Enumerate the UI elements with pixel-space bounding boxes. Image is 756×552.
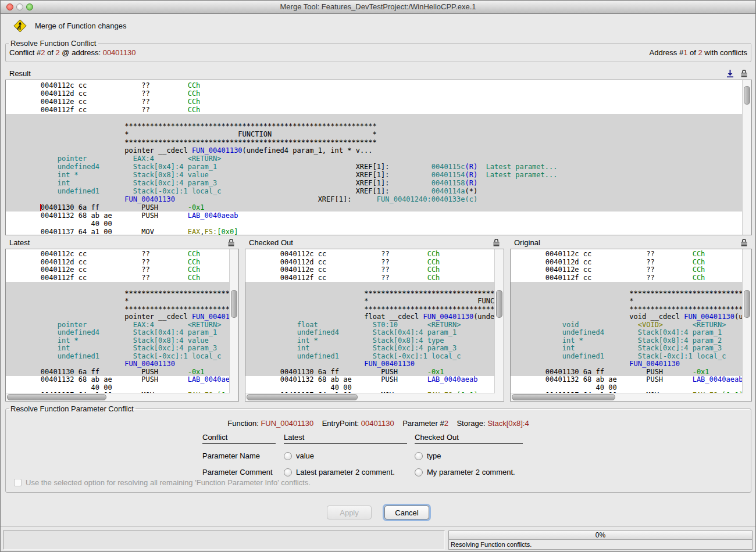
scrollbar-thumb[interactable] bbox=[231, 290, 237, 318]
listing-line: 00401130 6a ff PUSH -0x1 bbox=[245, 368, 495, 377]
original-vertical-scrollbar[interactable] bbox=[742, 249, 751, 401]
listing-line: undefined1 Stack[-0xc]:1 local_c bbox=[6, 353, 230, 361]
listing-line bbox=[6, 114, 743, 122]
latest-horizontal-scrollbar[interactable] bbox=[6, 393, 230, 401]
original-listing-box: 0040112c cc ?? CCh 0040112d cc ?? CCh 00… bbox=[510, 249, 752, 402]
listing-line: int Stack[0xc]:4 param_3 bbox=[245, 345, 495, 353]
listing-line: 00401132 68 ab ae PUSH LAB_0040aeab bbox=[6, 376, 230, 384]
latest-panel-title: Latest bbox=[9, 238, 30, 247]
listing-line: 0040112e cc ?? CCh bbox=[6, 266, 230, 274]
checked-out-vertical-scrollbar[interactable] bbox=[494, 249, 504, 401]
listing-line: pointer EAX:4 <RETURN> bbox=[6, 321, 230, 329]
radio-label: My parameter 2 comment. bbox=[427, 468, 515, 476]
listing-line: 00401130 6a ff PUSH -0x1 bbox=[511, 368, 743, 377]
listing-line: 00401130 6a ff PUSH -0x1 bbox=[6, 203, 743, 212]
listing-line: 0040112d cc ?? CCh bbox=[6, 89, 743, 98]
latest-panel-header: Latest bbox=[5, 236, 239, 249]
title-bar[interactable]: Merge Tool: Features_DevTestProject:/Win… bbox=[1, 1, 755, 14]
scrollbar-thumb[interactable] bbox=[7, 394, 106, 400]
listing-line: void __cdecl FUN_00401130(undefined4 par… bbox=[511, 313, 743, 321]
result-panel-header: Result bbox=[5, 67, 752, 80]
listing-line: 00401130 6a ff PUSH -0x1 bbox=[6, 368, 230, 377]
result-listing[interactable]: 0040112c cc ?? CCh 0040112d cc ?? CCh 00… bbox=[6, 80, 743, 235]
status-field bbox=[3, 531, 445, 550]
listing-line: undefined4 Stack[0x4]:4 param_1 bbox=[6, 329, 230, 337]
scrollbar-thumb[interactable] bbox=[512, 394, 615, 400]
row-label-parameter-name: Parameter Name bbox=[202, 451, 284, 460]
close-button[interactable] bbox=[6, 3, 13, 10]
use-for-all-checkbox[interactable] bbox=[14, 479, 22, 486]
progress-area: 0% Resolving Function conflicts. bbox=[448, 531, 753, 550]
listing-line: 0040112f cc ?? CCh bbox=[6, 106, 743, 114]
checked-out-horizontal-scrollbar[interactable] bbox=[245, 393, 495, 401]
listing-line: 0040112c cc ?? CCh bbox=[6, 81, 743, 89]
radio-label: Latest parameter 2 comment. bbox=[296, 468, 395, 476]
listing-line: 0040112d cc ?? CCh bbox=[511, 259, 743, 267]
lock-icon[interactable] bbox=[740, 69, 748, 78]
conflict-count-text: Conflict #2 of 2 @ address: 00401130 bbox=[9, 48, 136, 57]
parameter-info-line: Function: FUN_00401130 EntryPoint: 00401… bbox=[6, 419, 751, 428]
original-panel-title: Original bbox=[514, 238, 540, 247]
original-panel: Original 0040112c cc ?? CCh 0040112d cc … bbox=[510, 236, 752, 402]
listing-line: undefined4 Stack[0x4]:4 param_1 bbox=[245, 329, 495, 337]
listing-line: 0040112e cc ?? CCh bbox=[245, 266, 495, 274]
listing-line: 0040112e cc ?? CCh bbox=[6, 98, 743, 106]
checked-out-panel: Checked Out 0040112c cc ?? CCh 0040112d … bbox=[245, 236, 504, 402]
radio-parameter-name-checked-out[interactable] bbox=[415, 452, 423, 460]
listing-line: 0040112c cc ?? CCh bbox=[245, 250, 495, 259]
listing-line: pointer __cdecl FUN_00401130(undefined4 … bbox=[6, 313, 230, 321]
checked-out-listing-box: 0040112c cc ?? CCh 0040112d cc ?? CCh 00… bbox=[245, 249, 504, 402]
result-vertical-scrollbar[interactable] bbox=[742, 80, 751, 235]
listing-line: float __cdecl FUN_00401130(undefined4 pa… bbox=[245, 313, 495, 321]
listing-line: FUN_00401130 XREF[1]: FUN_00401240:00401… bbox=[6, 195, 743, 203]
radio-parameter-comment-latest[interactable] bbox=[284, 468, 292, 476]
result-panel: Result 0040112c cc ?? CCh 0040112 bbox=[5, 67, 752, 235]
resolve-function-conflict-group: Resolve Function Conflict Conflict #2 of… bbox=[5, 39, 751, 62]
checked-out-panel-header: Checked Out bbox=[245, 236, 504, 249]
listing-line: undefined4 Stack[0x4]:4 param_1 bbox=[511, 329, 743, 337]
radio-parameter-comment-checked-out[interactable] bbox=[415, 468, 423, 476]
listing-line: void <VOID> <RETURN> bbox=[511, 321, 743, 329]
merge-sign-icon bbox=[13, 19, 27, 33]
radio-label: value bbox=[296, 451, 314, 460]
cancel-button[interactable]: Cancel bbox=[384, 506, 429, 519]
scrollbar-thumb[interactable] bbox=[247, 394, 358, 400]
result-listing-box: 0040112c cc ?? CCh 0040112d cc ?? CCh 00… bbox=[5, 80, 752, 235]
lock-icon[interactable] bbox=[493, 238, 500, 247]
resolve-parameter-conflict-legend: Resolve Function Parameter Conflict bbox=[9, 404, 135, 413]
conflict-options-table: Conflict Latest Checked Out Parameter Na… bbox=[202, 433, 554, 476]
listing-line: ****************************************… bbox=[6, 290, 230, 298]
result-panel-title: Result bbox=[9, 69, 31, 78]
listing-line: * FUNCTION * bbox=[511, 297, 743, 306]
listing-line: 0040112e cc ?? CCh bbox=[511, 266, 743, 274]
listing-line: int * Stack[0x8]:4 value bbox=[6, 337, 230, 345]
zoom-button[interactable] bbox=[26, 3, 33, 10]
listing-line: 0040112c cc ?? CCh bbox=[6, 250, 230, 259]
listing-line: FUN_00401130 bbox=[245, 360, 495, 368]
checked-out-listing[interactable]: 0040112c cc ?? CCh 0040112d cc ?? CCh 00… bbox=[245, 249, 495, 393]
minimize-button[interactable] bbox=[16, 3, 23, 10]
scrollbar-thumb[interactable] bbox=[744, 290, 750, 318]
listing-line: 40 00 bbox=[6, 384, 230, 392]
original-horizontal-scrollbar[interactable] bbox=[511, 393, 743, 401]
column-header-conflict: Conflict bbox=[202, 433, 276, 444]
merge-tool-window: Merge Tool: Features_DevTestProject:/Win… bbox=[0, 0, 756, 552]
scrollbar-thumb[interactable] bbox=[744, 86, 750, 105]
radio-parameter-name-latest[interactable] bbox=[284, 452, 292, 460]
status-bar: 0% Resolving Function conflicts. bbox=[1, 526, 755, 551]
lock-icon[interactable] bbox=[227, 238, 235, 247]
lock-icon[interactable] bbox=[740, 238, 748, 247]
apply-button[interactable]: Apply bbox=[327, 506, 372, 519]
table-row: Parameter Name value type bbox=[202, 444, 554, 460]
download-icon[interactable] bbox=[726, 69, 734, 78]
latest-vertical-scrollbar[interactable] bbox=[229, 249, 238, 401]
listing-line: undefined1 Stack[-0xc]:1 local_c XREF[1]… bbox=[6, 187, 743, 195]
progress-bar: 0% bbox=[449, 531, 752, 540]
listing-line bbox=[6, 282, 230, 290]
listing-line: 0040112f cc ?? CCh bbox=[511, 274, 743, 282]
scrollbar-thumb[interactable] bbox=[496, 290, 502, 318]
latest-listing[interactable]: 0040112c cc ?? CCh 0040112d cc ?? CCh 00… bbox=[6, 249, 230, 393]
listing-line: 0040112d cc ?? CCh bbox=[245, 259, 495, 267]
original-listing[interactable]: 0040112c cc ?? CCh 0040112d cc ?? CCh 00… bbox=[511, 249, 743, 393]
listing-line: 40 00 bbox=[245, 384, 495, 392]
